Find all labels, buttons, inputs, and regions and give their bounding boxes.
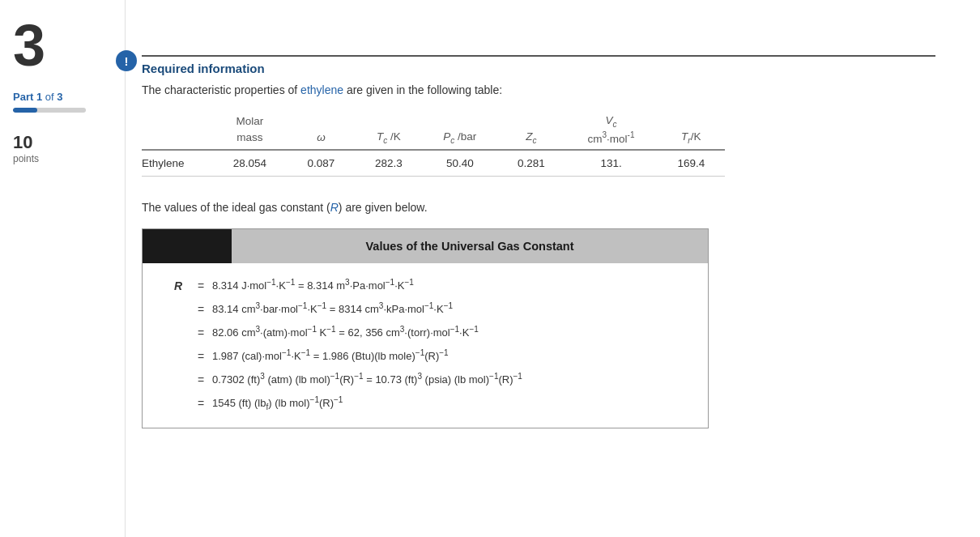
equation-row-1: R = 8.314 J·mol−1·K−1 = 8.314 m3·Pa·mol−… bbox=[167, 275, 692, 296]
th-zc-empty bbox=[497, 111, 565, 129]
th-empty bbox=[142, 111, 212, 129]
sidebar: 3 Part 1 of 3 10 points bbox=[0, 0, 126, 537]
equation-row-4: = 1.987 (cal)·mol−1·K−1 = 1.986 (Btu)(lb… bbox=[167, 345, 692, 367]
gas-constant-box: Values of the Universal Gas Constant R =… bbox=[142, 228, 709, 428]
eq-equals-3: = bbox=[190, 322, 212, 344]
points-value: 10 bbox=[13, 132, 32, 153]
th-omega-empty bbox=[288, 111, 355, 129]
eq-text-4: 1.987 (cal)·mol−1·K−1 = 1.986 (Btu)(lb m… bbox=[212, 345, 449, 367]
eq-text-1: 8.314 J·mol−1·K−1 = 8.314 m3·Pa·mol−1·K−… bbox=[212, 275, 414, 296]
td-pc: 50.40 bbox=[423, 150, 498, 177]
alert-icon: ! bbox=[116, 50, 137, 71]
td-vc: 131. bbox=[565, 150, 658, 177]
th-pc-empty bbox=[423, 111, 498, 129]
main-content: ! Required information The characteristi… bbox=[126, 0, 980, 537]
th-tr: Tr/K bbox=[658, 129, 725, 151]
th-label-empty bbox=[142, 129, 212, 151]
equation-row-6: = 1545 (ft) (lbf) (lb mol)−1(R)−1 bbox=[167, 392, 692, 415]
gas-constant-title: Values of the Universal Gas Constant bbox=[232, 232, 708, 261]
step-number: 3 bbox=[13, 16, 45, 75]
eq-equals-2: = bbox=[190, 299, 212, 321]
table-header-row-2: mass ω Tc /K Pc /bar Zc cm3·mol-1 Tr/K bbox=[142, 129, 725, 151]
eq-equals-5: = bbox=[190, 369, 212, 391]
eq-text-2: 83.14 cm3·bar·mol−1·K−1 = 8314 cm3·kPa·m… bbox=[212, 298, 453, 320]
table-row: Ethylene 28.054 0.087 282.3 50.40 0.281 … bbox=[142, 150, 725, 177]
progress-bar bbox=[13, 108, 86, 113]
td-label: Ethylene bbox=[142, 150, 212, 177]
td-omega: 0.087 bbox=[288, 150, 355, 177]
td-tc: 282.3 bbox=[355, 150, 422, 177]
properties-table: Molar Vc mass ω Tc /K Pc /bar Zc cm3·mol… bbox=[142, 111, 725, 177]
equation-row-5: = 0.7302 (ft)3 (atm) (lb mol)−1(R)−1 = 1… bbox=[167, 369, 692, 390]
points-label: points bbox=[13, 153, 39, 164]
eq-text-3: 82.06 cm3·(atm)·mol−1 K−1 = 62, 356 cm3·… bbox=[212, 322, 479, 343]
gas-constant-header-black-bar bbox=[143, 229, 232, 263]
progress-bar-fill bbox=[13, 108, 37, 113]
td-molar-mass: 28.054 bbox=[212, 150, 288, 177]
th-vc: Vc bbox=[565, 111, 658, 129]
eq-equals-1: = bbox=[190, 275, 212, 297]
th-molar: Molar bbox=[212, 111, 288, 129]
section-title: Required information bbox=[142, 62, 956, 75]
equation-row-2: = 83.14 cm3·bar·mol−1·K−1 = 8314 cm3·kPa… bbox=[167, 298, 692, 320]
intro-text: The characteristic properties of ethylen… bbox=[142, 83, 956, 96]
td-zc: 0.281 bbox=[497, 150, 565, 177]
th-tc-empty bbox=[355, 111, 422, 129]
th-tc: Tc /K bbox=[355, 129, 422, 151]
eq-text-5: 0.7302 (ft)3 (atm) (lb mol)−1(R)−1 = 10.… bbox=[212, 369, 522, 390]
th-pc: Pc /bar bbox=[423, 129, 498, 151]
equation-row-3: = 82.06 cm3·(atm)·mol−1 K−1 = 62, 356 cm… bbox=[167, 322, 692, 343]
th-mass: mass bbox=[212, 129, 288, 151]
gas-constant-body: R = 8.314 J·mol−1·K−1 = 8.314 m3·Pa·mol−… bbox=[143, 263, 708, 428]
gas-constant-header: Values of the Universal Gas Constant bbox=[143, 229, 708, 263]
eq-symbol-R: R bbox=[167, 275, 190, 297]
top-divider bbox=[142, 55, 935, 57]
th-vc-unit: cm3·mol-1 bbox=[565, 129, 658, 151]
part-label: Part 1 of 3 bbox=[13, 91, 62, 103]
table-header-row-1: Molar Vc bbox=[142, 111, 725, 129]
eq-text-6: 1545 (ft) (lbf) (lb mol)−1(R)−1 bbox=[212, 392, 343, 415]
eq-equals-6: = bbox=[190, 393, 212, 415]
th-omega: ω bbox=[288, 129, 355, 151]
td-tr: 169.4 bbox=[658, 150, 725, 177]
th-tr-empty bbox=[658, 111, 725, 129]
values-intro: The values of the ideal gas constant (R)… bbox=[142, 201, 956, 214]
eq-equals-4: = bbox=[190, 346, 212, 368]
th-zc: Zc bbox=[497, 129, 565, 151]
